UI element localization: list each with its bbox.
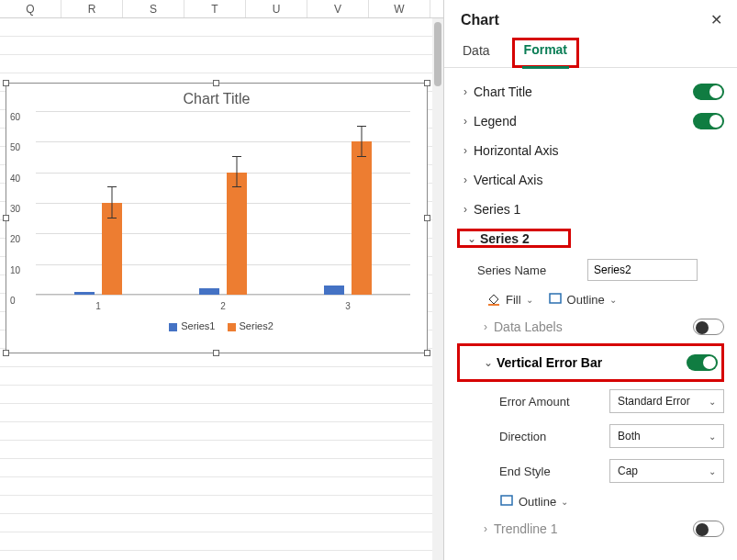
toggle-legend[interactable] <box>693 113 724 129</box>
section-legend[interactable]: › Legend <box>457 106 724 136</box>
chevron-down-icon: ⌄ <box>709 431 716 442</box>
series-name-input[interactable] <box>587 259 698 281</box>
outline-button[interactable]: Outline ⌄ <box>548 292 617 307</box>
col-header[interactable]: W <box>369 0 430 17</box>
series-name-label: Series Name <box>477 263 587 277</box>
chevron-right-icon: › <box>457 174 474 186</box>
resize-handle[interactable] <box>3 215 9 221</box>
direction-dropdown[interactable]: Both⌄ <box>609 424 724 448</box>
legend-swatch <box>228 323 236 331</box>
section-series-2[interactable]: ⌄ Series 2 <box>463 224 564 253</box>
spreadsheet-area: Q R S T U V W Chart Title <box>0 0 443 560</box>
chevron-down-icon: ⌄ <box>709 466 716 476</box>
panel-title: Chart <box>461 12 499 28</box>
outline-label: Outline <box>519 495 556 509</box>
chevron-right-icon: › <box>457 203 474 216</box>
section-vertical-axis[interactable]: › Vertical Axis <box>457 165 724 195</box>
resize-handle[interactable] <box>213 80 219 86</box>
tab-format[interactable]: Format <box>522 37 569 69</box>
chevron-down-icon: ⌄ <box>609 295 617 305</box>
section-label: Series 1 <box>474 202 724 217</box>
end-style-label: End Style <box>499 465 609 478</box>
chart-title[interactable]: Chart Title <box>6 84 427 111</box>
chevron-down-icon: ⌄ <box>526 295 533 305</box>
chevron-down-icon: ⌄ <box>480 356 497 369</box>
fill-icon <box>486 292 501 307</box>
fill-button[interactable]: Fill ⌄ <box>486 292 533 307</box>
section-trendline-1[interactable]: › Trendline 1 <box>457 514 724 543</box>
section-label: Trendline 1 <box>494 521 693 536</box>
section-label: Legend <box>474 114 693 129</box>
plot-area[interactable]: 0102030405060123 <box>36 111 410 295</box>
col-header[interactable]: Q <box>0 0 61 17</box>
chevron-down-icon: ⌄ <box>561 497 568 507</box>
outline-label: Outline <box>567 293 605 307</box>
toggle-chart-title[interactable] <box>693 84 724 100</box>
resize-handle[interactable] <box>3 80 9 86</box>
legend-swatch <box>169 323 177 331</box>
section-horizontal-axis[interactable]: › Horizontal Axis <box>457 136 724 165</box>
end-style-dropdown[interactable]: Cap⌄ <box>609 459 724 483</box>
resize-handle[interactable] <box>213 350 219 356</box>
svg-rect-0 <box>488 304 499 306</box>
section-label: Data Labels <box>494 319 693 334</box>
chevron-right-icon: › <box>457 115 474 128</box>
section-label: Chart Title <box>474 84 693 99</box>
toggle-trendline[interactable] <box>693 521 724 537</box>
error-amount-label: Error Amount <box>499 395 609 409</box>
direction-label: Direction <box>499 430 609 443</box>
sheet-scrollbar[interactable] <box>432 18 443 560</box>
chart-format-panel: Chart ✕ Data Format › Chart Title › Lege… <box>443 0 737 560</box>
section-data-labels[interactable]: › Data Labels <box>457 312 724 342</box>
outline-icon <box>499 494 514 509</box>
col-header[interactable]: T <box>184 0 246 17</box>
chevron-down-icon: ⌄ <box>709 397 716 407</box>
column-headers: Q R S T U V W <box>0 0 443 18</box>
chart-legend[interactable]: Series1 Series2 <box>6 295 427 331</box>
section-label: Series 2 <box>480 231 564 246</box>
legend-label: Series1 <box>181 320 215 331</box>
toggle-vertical-error-bar[interactable] <box>687 354 718 371</box>
close-icon[interactable]: ✕ <box>710 11 722 28</box>
col-header[interactable]: V <box>307 0 369 17</box>
chevron-down-icon: ⌄ <box>463 232 480 245</box>
toggle-data-labels[interactable] <box>693 319 724 335</box>
section-label: Horizontal Axis <box>474 143 724 158</box>
error-amount-dropdown[interactable]: Standard Error⌄ <box>609 389 724 413</box>
section-vertical-error-bar[interactable]: ⌄ Vertical Error Bar <box>460 348 718 377</box>
resize-handle[interactable] <box>3 350 9 356</box>
scrollbar-thumb[interactable] <box>434 22 441 86</box>
chevron-right-icon: › <box>477 522 494 535</box>
col-header[interactable]: S <box>123 0 184 17</box>
outline-icon <box>548 292 563 307</box>
svg-rect-1 <box>550 294 561 303</box>
tab-data[interactable]: Data <box>461 38 492 67</box>
col-header[interactable]: U <box>246 0 307 17</box>
chevron-right-icon: › <box>457 85 474 98</box>
fill-label: Fill <box>506 293 521 307</box>
dropdown-value: Both <box>618 430 641 442</box>
section-label: Vertical Error Bar <box>497 355 687 370</box>
legend-label: Series2 <box>240 320 274 331</box>
resize-handle[interactable] <box>424 80 430 86</box>
section-label: Vertical Axis <box>474 173 724 187</box>
col-header[interactable]: R <box>61 0 123 17</box>
section-chart-title[interactable]: › Chart Title <box>457 77 724 106</box>
resize-handle[interactable] <box>424 215 430 221</box>
chevron-right-icon: › <box>457 144 474 157</box>
chevron-right-icon: › <box>477 320 494 333</box>
dropdown-value: Cap <box>618 465 638 477</box>
embedded-chart[interactable]: Chart Title 0102030405060123 Series1 Ser… <box>6 83 428 353</box>
section-series-1[interactable]: › Series 1 <box>457 195 724 224</box>
error-bar-outline-button[interactable]: Outline ⌄ <box>499 494 568 509</box>
dropdown-value: Standard Error <box>618 395 690 408</box>
resize-handle[interactable] <box>424 350 430 356</box>
svg-rect-2 <box>501 496 512 505</box>
